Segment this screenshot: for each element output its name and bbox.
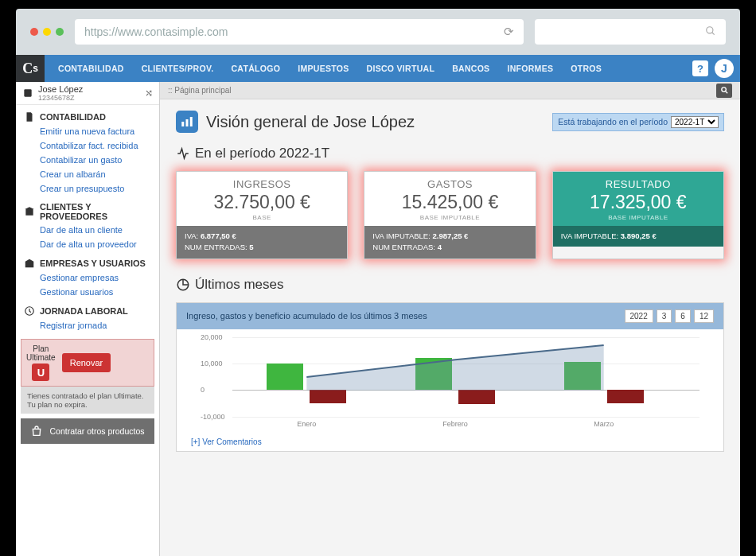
sidebar-section-0: CONTABILIDAD xyxy=(16,105,159,124)
summary-cards: INGRESOS 32.750,00 € BASE IVA: 6.877,50 … xyxy=(176,171,724,259)
chart-panel: Ingreso, gastos y beneficio acumulado de… xyxy=(176,302,724,452)
avatar[interactable]: J xyxy=(715,59,734,78)
section-icon xyxy=(24,206,35,217)
other-products-button[interactable]: Contratar otros productos xyxy=(21,418,154,444)
chart-range-button[interactable]: 3 xyxy=(657,309,672,323)
sidebar-link[interactable]: Dar de alta un proveedor xyxy=(16,237,159,251)
card-iva: 2.987,25 € xyxy=(432,231,468,240)
svg-line-5 xyxy=(725,91,727,93)
sidebar-link[interactable]: Contabilizar un gasto xyxy=(16,153,159,167)
sidebar: Jose López 12345678Z ⤭ CONTABILIDADEmiti… xyxy=(16,82,160,556)
page-search-button[interactable] xyxy=(716,84,732,98)
nav-item-informes[interactable]: INFORMES xyxy=(498,55,562,82)
chart-title: Ingreso, gastos y beneficio acumulado de… xyxy=(186,311,427,321)
search-icon xyxy=(720,86,729,95)
user-icon xyxy=(22,87,33,99)
svg-rect-2 xyxy=(24,89,31,96)
app-window: Cs CONTABILIDADCLIENTES/PROV.CATÁLOGOIMP… xyxy=(16,55,740,556)
card-ingresos[interactable]: INGRESOS 32.750,00 € BASE IVA: 6.877,50 … xyxy=(176,171,348,259)
breadcrumb: :: Página principal xyxy=(160,82,740,99)
nav-item-disco-virtual[interactable]: DISCO VIRTUAL xyxy=(358,55,444,82)
sidebar-section-3: JORNADA LABORAL xyxy=(16,299,159,318)
period-label: Está trabajando en el período xyxy=(558,117,668,126)
card-title: INGRESOS xyxy=(180,178,344,190)
svg-point-4 xyxy=(721,87,726,92)
card-iva: 3.890,25 € xyxy=(621,231,657,240)
sidebar-link[interactable]: Gestionar usuarios xyxy=(16,285,159,299)
main-area: :: Página principal Visión general de Jo… xyxy=(160,82,740,556)
card-num: 5 xyxy=(249,243,253,251)
card-num-label: NUM ENTRADAS: xyxy=(372,243,435,251)
svg-rect-7 xyxy=(186,119,189,126)
url-text: https://www.contasimple.com xyxy=(84,25,228,38)
user-badge[interactable]: Jose López 12345678Z ⤭ xyxy=(16,82,159,105)
comments-link[interactable]: [+] Ver Comentarios xyxy=(177,433,723,451)
top-nav: Cs CONTABILIDADCLIENTES/PROV.CATÁLOGOIMP… xyxy=(16,55,740,82)
chart-range-button[interactable]: 6 xyxy=(675,309,691,323)
renew-button[interactable]: Renovar xyxy=(62,353,111,372)
nav-item-bancos[interactable]: BANCOS xyxy=(443,55,498,82)
svg-point-0 xyxy=(707,26,713,33)
dashboard-icon xyxy=(176,111,198,133)
sidebar-link[interactable]: Crear un albarán xyxy=(16,167,159,181)
window-dots xyxy=(30,28,64,36)
svg-rect-6 xyxy=(181,122,184,126)
card-num: 4 xyxy=(438,243,442,251)
sidebar-section-2: EMPRESAS Y USUARIOS xyxy=(16,251,159,270)
help-icon[interactable]: ? xyxy=(692,60,708,76)
page-title: Visión general de Jose López xyxy=(206,113,415,131)
card-resultado[interactable]: RESULTADO 17.325,00 € BASE IMPUTABLE IVA… xyxy=(552,171,724,259)
card-sub: BASE IMPUTABLE xyxy=(368,214,532,221)
plan-label: Plan Ultimate U xyxy=(26,344,56,381)
browser-search-input[interactable] xyxy=(535,19,726,45)
months-heading-text: Últimos meses xyxy=(195,277,283,293)
sidebar-section-1: CLIENTES Y PROVEEDORES xyxy=(16,196,159,223)
breadcrumb-text: :: Página principal xyxy=(168,86,232,95)
card-sub: BASE IMPUTABLE xyxy=(556,214,720,221)
nav-items: CONTABILIDADCLIENTES/PROV.CATÁLOGOIMPUES… xyxy=(49,55,692,82)
reload-icon[interactable]: ⟳ xyxy=(504,25,514,39)
page-title-prefix: Visión general de xyxy=(206,113,333,130)
sidebar-link[interactable]: Emitir una nueva factura xyxy=(16,124,159,138)
plan-box: Plan Ultimate U Renovar xyxy=(21,339,154,387)
section-icon xyxy=(24,258,35,269)
url-input[interactable]: https://www.contasimple.com ⟳ xyxy=(75,19,524,45)
card-iva-label: IVA IMPUTABLE: xyxy=(372,231,431,240)
card-iva: 6.877,50 € xyxy=(201,231,236,240)
nav-item-otros[interactable]: OTROS xyxy=(562,55,610,82)
pulse-icon xyxy=(176,146,190,161)
chart-range-buttons: 20223612 xyxy=(625,309,715,323)
window-max-icon[interactable] xyxy=(56,28,64,36)
card-iva-label: IVA: xyxy=(185,231,198,240)
sidebar-link[interactable]: Registrar jornada xyxy=(16,318,159,332)
app-logo[interactable]: Cs xyxy=(16,55,45,82)
period-heading-text: En el período 2022-1T xyxy=(195,146,329,161)
nav-item-cat-logo[interactable]: CATÁLOGO xyxy=(222,55,289,82)
card-iva-label: IVA IMPUTABLE: xyxy=(561,231,619,240)
svg-rect-8 xyxy=(190,117,193,126)
sidebar-link[interactable]: Gestionar empresas xyxy=(16,270,159,285)
window-min-icon[interactable] xyxy=(43,28,51,36)
period-select[interactable]: 2022-1T xyxy=(671,116,719,128)
window-close-icon[interactable] xyxy=(30,28,38,36)
sidebar-link[interactable]: Crear un presupuesto xyxy=(16,181,159,196)
months-heading: Últimos meses xyxy=(176,277,724,293)
chart-range-button[interactable]: 2022 xyxy=(625,309,653,323)
sidebar-link[interactable]: Dar de alta un cliente xyxy=(16,223,159,237)
chart-icon xyxy=(176,278,190,292)
nav-item-contabilidad[interactable]: CONTABILIDAD xyxy=(49,55,133,82)
svg-line-1 xyxy=(712,32,715,34)
card-title: GASTOS xyxy=(368,178,532,190)
shuffle-icon[interactable]: ⤭ xyxy=(145,87,153,99)
nav-item-impuestos[interactable]: IMPUESTOS xyxy=(289,55,357,82)
search-icon xyxy=(705,25,716,39)
section-icon xyxy=(24,305,35,317)
card-gastos[interactable]: GASTOS 15.425,00 € BASE IMPUTABLE IVA IM… xyxy=(364,171,536,259)
card-sub: BASE xyxy=(180,214,344,221)
sidebar-link[interactable]: Contabilizar fact. recibida xyxy=(16,138,159,153)
chart-range-button[interactable]: 12 xyxy=(694,309,714,323)
section-icon xyxy=(24,111,35,122)
nav-item-clientes-prov-[interactable]: CLIENTES/PROV. xyxy=(133,55,223,82)
other-products-label: Contratar otros productos xyxy=(49,426,144,436)
page-title-user: Jose López xyxy=(333,113,415,130)
